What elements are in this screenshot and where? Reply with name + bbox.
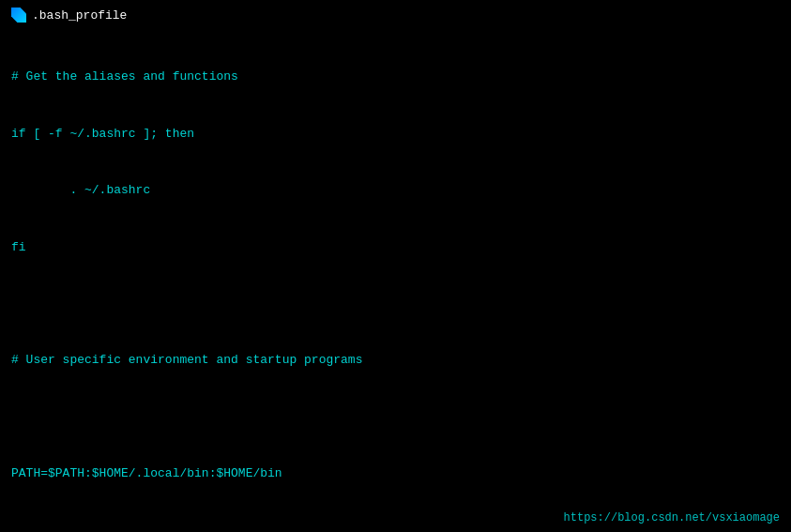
title-bar: .bash_profile (11, 8, 780, 23)
code-content: # Get the aliases and functions if [ -f … (11, 30, 780, 532)
line-blank2 (11, 408, 780, 427)
watermark: https://blog.csdn.net/vsxiaomage (564, 511, 780, 524)
line-comment1: # Get the aliases and functions (11, 68, 780, 86)
line-path1: PATH=$PATH:$HOME/.local/bin:$HOME/bin (11, 464, 780, 483)
line-if: if [ -f ~/.bashrc ]; then (11, 125, 780, 144)
line-comment2: # User specific environment and startup … (11, 351, 780, 370)
line-fi: fi (11, 238, 780, 257)
terminal-icon (11, 8, 26, 23)
line-source: . ~/.bashrc (11, 181, 780, 200)
line-blank1 (11, 295, 780, 313)
terminal-title: .bash_profile (32, 8, 127, 23)
terminal-window: .bash_profile # Get the aliases and func… (0, 0, 791, 532)
